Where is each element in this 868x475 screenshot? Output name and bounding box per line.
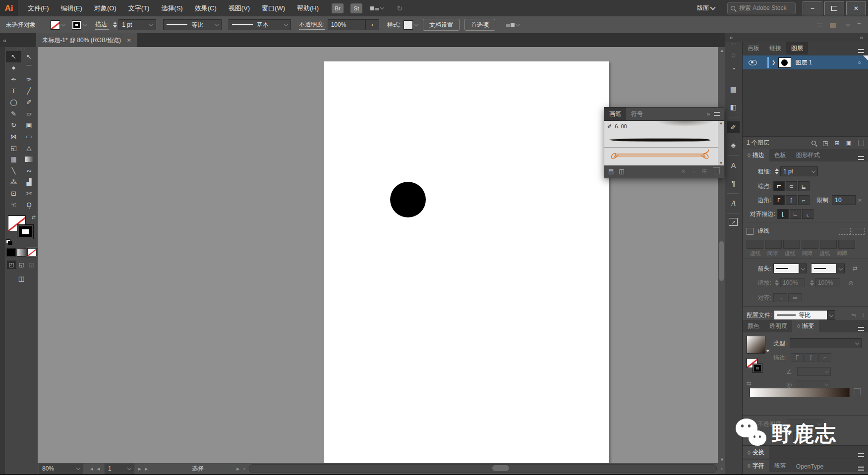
style-chevron[interactable] — [414, 22, 418, 26]
artboard[interactable] — [324, 61, 609, 463]
dock-expand-icon[interactable]: » — [860, 34, 863, 41]
dock-collapse-icon[interactable]: « — [730, 34, 733, 41]
perspective-grid-tool[interactable]: △ — [21, 142, 37, 154]
tab-close-icon[interactable]: ✕ — [127, 38, 131, 43]
type-panel-menu-icon[interactable] — [858, 465, 868, 472]
new-layer-icon[interactable]: ▣ — [846, 140, 852, 147]
stroke-link[interactable]: 描边: — [95, 20, 109, 30]
dash-align-button[interactable] — [853, 228, 865, 235]
miter-limit-input[interactable]: 10 — [832, 195, 856, 205]
dash-input-2[interactable] — [783, 240, 800, 249]
make-clipping-mask-icon[interactable]: ◳ — [822, 140, 828, 147]
hand-tool[interactable]: ☜ — [6, 199, 21, 211]
paintbrush-tool[interactable]: ✐ — [21, 97, 37, 108]
align-chevron[interactable] — [516, 22, 520, 26]
prev-artboard-icon[interactable]: ◂ — [97, 466, 100, 472]
tab-opentype[interactable]: OpenType — [791, 461, 828, 472]
document-tab[interactable]: 未标题-1* @ 80% (RGB/预览) ✕ — [36, 33, 137, 47]
horizontal-scroll-thumb[interactable] — [492, 465, 509, 471]
zoom-tool[interactable]: Ǫ — [21, 199, 37, 211]
menu-help[interactable]: 帮助(H) — [291, 0, 325, 16]
menu-window[interactable]: 窗口(W) — [256, 0, 291, 16]
mesh-tool[interactable]: ▦ — [6, 154, 21, 165]
align-stroke-outside-button[interactable]: ⌞ — [802, 209, 813, 219]
tab-brushes[interactable]: 画笔 — [604, 107, 626, 120]
minimize-button[interactable]: – — [803, 1, 822, 15]
libraries-panel-icon[interactable]: ◫ — [619, 168, 624, 175]
menu-view[interactable]: 视图(V) — [223, 0, 256, 16]
eyedropper-tool[interactable]: ╲ — [6, 165, 21, 176]
gap-input-2[interactable] — [802, 240, 818, 249]
fill-chevron[interactable] — [61, 22, 65, 26]
stroke-weight-stepper[interactable] — [113, 22, 117, 28]
arrowhead-start-chevron[interactable] — [799, 264, 807, 273]
status-flyout-icon[interactable]: ▸ — [236, 466, 239, 472]
tab-links[interactable]: 链接 — [764, 42, 786, 54]
close-button[interactable]: ✕ — [846, 1, 866, 15]
menu-type[interactable]: 文字(T) — [122, 0, 156, 16]
ellipse-tool[interactable]: ◯ — [6, 97, 21, 108]
brushes-scrollbar[interactable]: ▲ ▼ — [718, 121, 724, 165]
tab-transparency[interactable]: 透明度 — [764, 320, 792, 332]
preferences-button[interactable]: 首选项 — [464, 19, 495, 31]
dock-panels-icon[interactable]: ▥ — [830, 21, 836, 29]
vertical-scroll-thumb[interactable] — [719, 241, 724, 281]
stroke-weight-spinner[interactable] — [775, 168, 779, 174]
join-bevel-button[interactable]: ⌐ — [798, 195, 810, 205]
panel-list-icon[interactable]: ≡ — [857, 21, 861, 29]
opacity-value-box[interactable]: 100% — [328, 19, 365, 30]
gap-input-3[interactable] — [838, 240, 855, 249]
align-panel-icon[interactable]: ▤ — [727, 83, 740, 95]
pathfinder-panel-icon[interactable]: ◧ — [727, 101, 740, 113]
swatches-panel-icon[interactable]: ◌ — [727, 49, 740, 61]
gradient-panel-icon[interactable]: ◔ — [727, 63, 740, 75]
grid-view-icon[interactable]: ∷ — [817, 21, 822, 29]
cap-round-button[interactable]: ⊂ — [786, 181, 797, 191]
stroke-swatch[interactable] — [72, 20, 81, 30]
tab-symbols[interactable]: 符号 — [626, 107, 648, 120]
dash-input-1[interactable] — [747, 240, 763, 249]
brush-item-partial[interactable]: ✐ 6. 00 — [604, 121, 724, 132]
join-round-button[interactable]: ⌈ — [786, 195, 797, 205]
brushes-expand-icon[interactable]: » — [707, 111, 710, 117]
gradient-panel-menu-icon[interactable] — [858, 325, 868, 332]
width-profile-dropdown[interactable]: 等比 — [163, 19, 222, 30]
delete-layer-icon[interactable] — [858, 140, 864, 146]
bridge-button[interactable]: Br — [332, 3, 344, 13]
stroke-chevron[interactable] — [83, 22, 87, 26]
layer-target-icon[interactable]: ○ — [858, 59, 861, 65]
brush-item-charcoal[interactable] — [604, 132, 724, 148]
screen-mode-button[interactable]: ◫ — [5, 275, 38, 282]
artboard-navigation-dropdown[interactable]: 1 — [105, 464, 134, 474]
gradient-fill-stroke-swatches[interactable] — [747, 358, 763, 374]
menu-edit[interactable]: 编辑(E) — [55, 0, 88, 16]
new-sublayer-icon[interactable]: ⊞ — [835, 140, 840, 147]
width-profile-select[interactable]: 等比 — [774, 310, 827, 320]
zoom-level-dropdown[interactable]: 80% — [39, 464, 83, 474]
opacity-link[interactable]: 不透明度: — [299, 20, 324, 30]
brushes-panel-icon[interactable]: ✐ — [727, 121, 740, 133]
shaper-tool[interactable]: ✎ — [6, 108, 21, 119]
paragraph-styles-panel-icon[interactable]: ¶ — [727, 177, 740, 189]
align-icon[interactable] — [506, 23, 515, 27]
tab-stroke[interactable]: ◊描边 — [743, 149, 769, 161]
arrange-documents-chevron[interactable] — [380, 5, 384, 9]
next-artboard-icon[interactable]: ▸ — [138, 466, 141, 472]
document-setup-button[interactable]: 文档设置 — [423, 19, 460, 31]
dash-preserve-button[interactable] — [839, 228, 851, 235]
symbols-panel-icon[interactable]: ♣ — [727, 139, 740, 151]
brush-definition-dropdown[interactable]: 基本 — [229, 19, 291, 30]
dash-input-3[interactable] — [820, 240, 837, 249]
menu-select[interactable]: 选择(S) — [155, 0, 188, 16]
transform-panel-menu-icon[interactable] — [858, 452, 868, 459]
menu-object[interactable]: 对象(O) — [88, 0, 122, 16]
tab-artboards[interactable]: 画板 — [743, 42, 764, 54]
arrowhead-start-dropdown[interactable] — [773, 264, 799, 273]
glyphs-panel-icon[interactable]: A — [727, 198, 740, 210]
gradient-type-dropdown[interactable] — [790, 338, 862, 348]
brushes-scroll-down-icon[interactable]: ▼ — [719, 161, 723, 165]
arrowhead-end-chevron[interactable] — [837, 264, 845, 273]
tab-gradient[interactable]: ◊渐变 — [792, 320, 819, 332]
layers-panel-menu-icon[interactable] — [858, 48, 868, 54]
join-miter-button[interactable]: Γ — [773, 195, 785, 205]
